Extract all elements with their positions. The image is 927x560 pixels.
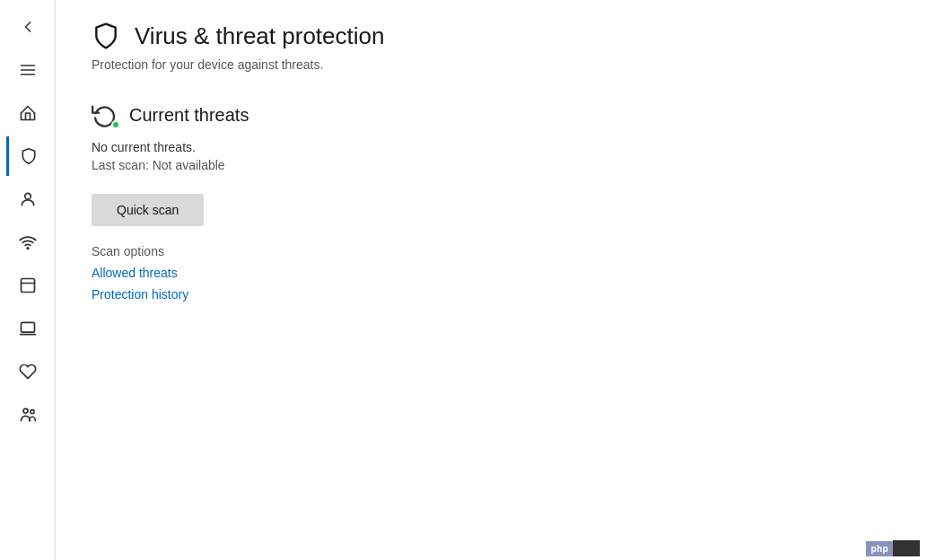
php-badge: php xyxy=(866,541,893,556)
browser-icon xyxy=(19,276,37,294)
heart-icon xyxy=(19,363,37,381)
sidebar-item-family[interactable] xyxy=(6,395,49,434)
svg-point-3 xyxy=(24,193,31,199)
page-title: Virus & threat protection xyxy=(135,22,384,50)
protection-history-link[interactable]: Protection history xyxy=(92,287,891,302)
bottom-bar: php xyxy=(859,537,927,560)
person-icon xyxy=(19,190,37,208)
shield-icon xyxy=(20,147,38,165)
sidebar-item-account[interactable] xyxy=(6,179,49,219)
svg-point-4 xyxy=(27,248,29,249)
sidebar-item-menu[interactable] xyxy=(6,50,49,90)
hamburger-menu-icon xyxy=(19,61,37,79)
allowed-threats-link[interactable]: Allowed threats xyxy=(92,266,891,280)
page-header: Virus & threat protection xyxy=(92,22,891,50)
sidebar-item-network[interactable] xyxy=(6,223,49,262)
wifi-icon xyxy=(19,233,37,251)
svg-rect-5 xyxy=(21,279,34,293)
family-icon xyxy=(19,406,37,424)
dark-badge xyxy=(893,540,920,556)
sidebar-item-health[interactable] xyxy=(6,352,49,391)
page-subtitle: Protection for your device against threa… xyxy=(92,57,891,72)
scan-options-label: Scan options xyxy=(92,244,891,258)
quick-scan-button[interactable]: Quick scan xyxy=(92,194,204,226)
back-arrow-icon xyxy=(19,18,37,36)
sidebar-item-shield[interactable] xyxy=(6,136,49,176)
svg-rect-7 xyxy=(21,322,34,332)
scan-icon-container xyxy=(92,101,120,129)
laptop-icon xyxy=(19,319,37,337)
section-title: Current threats xyxy=(129,105,249,126)
home-icon xyxy=(19,104,37,122)
last-scan: Last scan: Not available xyxy=(92,158,891,172)
svg-point-10 xyxy=(30,410,33,414)
sidebar-item-home[interactable] xyxy=(6,93,49,133)
threat-status: No current threats. xyxy=(92,140,891,154)
virus-shield-icon xyxy=(92,22,120,50)
sidebar-item-back[interactable] xyxy=(6,7,49,47)
main-content: Virus & threat protection Protection for… xyxy=(56,0,927,560)
status-dot xyxy=(111,120,120,129)
svg-point-9 xyxy=(23,408,28,413)
current-threats-header: Current threats xyxy=(92,101,891,129)
sidebar-item-browser[interactable] xyxy=(6,266,49,305)
sidebar-item-device[interactable] xyxy=(6,309,49,348)
sidebar xyxy=(0,0,56,560)
